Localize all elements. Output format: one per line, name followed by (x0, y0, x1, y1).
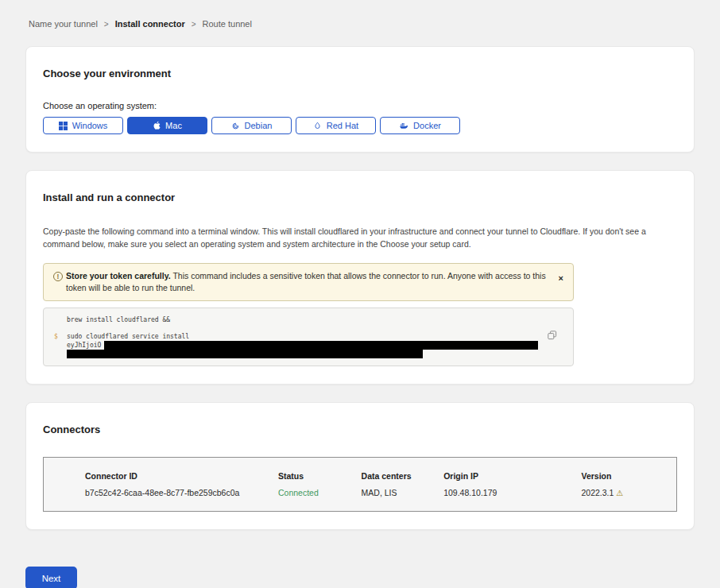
shell-prompt: $ (54, 332, 58, 341)
origin-ip-value: 109.48.10.179 (443, 488, 581, 497)
next-button[interactable]: Next (25, 567, 77, 588)
breadcrumb: Name your tunnel > Install connector > R… (0, 0, 720, 29)
os-button-docker[interactable]: Docker (380, 117, 460, 134)
os-button-mac[interactable]: Mac (127, 117, 207, 134)
column-header-connector-id: Connector ID (85, 471, 278, 481)
token-warning-banner: ! Store your token carefully. This comma… (43, 263, 574, 301)
environment-card-title: Choose your environment (43, 68, 677, 80)
breadcrumb-separator: > (192, 20, 196, 29)
data-centers-value: MAD, LIS (362, 488, 444, 497)
status-badge: Connected (278, 488, 362, 497)
column-header-data-centers: Data centers (362, 471, 444, 481)
main-content: Choose your environment Choose an operat… (25, 46, 695, 530)
environment-card: Choose your environment Choose an operat… (25, 46, 695, 153)
warning-triangle-icon: ⚠ (616, 489, 623, 497)
redhat-icon (313, 122, 322, 130)
os-button-label: Docker (413, 121, 441, 130)
apple-icon (153, 121, 161, 130)
breadcrumb-separator: > (104, 20, 109, 29)
debian-swirl-icon (231, 122, 240, 130)
os-button-group: Windows Mac Debian (43, 117, 677, 134)
connectors-card-title: Connectors (43, 424, 677, 436)
connectors-table: Connector ID Status Data centers Origin … (43, 457, 677, 512)
alert-circle-icon: ! (53, 272, 63, 281)
os-button-label: Windows (72, 121, 108, 130)
install-command-code-block[interactable]: brew install cloudflared && $ sudo cloud… (43, 308, 574, 366)
windows-icon (59, 122, 68, 130)
install-card: Install and run a connector Copy-paste t… (25, 170, 695, 385)
breadcrumb-step-install-connector[interactable]: Install connector (115, 19, 185, 29)
code-line-service-install: sudo cloudflared service install (67, 332, 560, 341)
os-button-label: Red Hat (327, 121, 358, 130)
copy-icon[interactable] (548, 331, 557, 340)
breadcrumb-step-name-tunnel[interactable]: Name your tunnel (29, 19, 98, 29)
connector-id-value: b7c52c42-6caa-48ee-8c77-fbe259cb6c0a (85, 488, 278, 497)
table-row: b7c52c42-6caa-48ee-8c77-fbe259cb6c0a Con… (85, 488, 676, 497)
connectors-card: Connectors Connector ID Status Data cent… (25, 402, 695, 530)
install-card-title: Install and run a connector (43, 191, 677, 204)
breadcrumb-step-route-tunnel[interactable]: Route tunnel (203, 19, 252, 29)
os-button-redhat[interactable]: Red Hat (296, 117, 376, 134)
os-button-label: Debian (245, 121, 273, 130)
column-header-version: Version (581, 471, 676, 481)
table-header-row: Connector ID Status Data centers Origin … (85, 471, 676, 481)
os-button-windows[interactable]: Windows (43, 117, 123, 134)
code-line-brew: brew install cloudflared && (67, 315, 560, 324)
version-value: 2022.3.1⚠ (581, 488, 676, 497)
warning-title: Store your token carefully. (66, 271, 171, 280)
os-button-debian[interactable]: Debian (211, 117, 292, 134)
close-icon[interactable]: × (559, 274, 563, 282)
os-select-label: Choose an operating system: (43, 101, 677, 110)
redacted-token-bar (104, 341, 538, 350)
os-button-label: Mac (165, 121, 182, 130)
column-header-status: Status (278, 471, 362, 481)
redacted-token-bar (67, 350, 423, 358)
column-header-origin-ip: Origin IP (443, 471, 581, 481)
install-description: Copy-paste the following command into a … (43, 225, 677, 250)
docker-whale-icon (399, 122, 408, 130)
